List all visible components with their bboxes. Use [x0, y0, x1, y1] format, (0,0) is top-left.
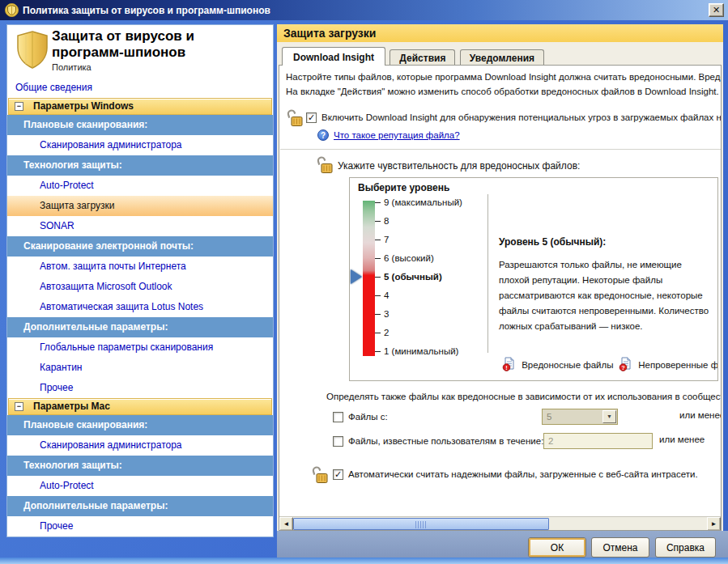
slider-tick-5-selected: 5 (обычный): [375, 271, 442, 282]
sidebar-item-mac-auto-protect[interactable]: Auto-Protect: [7, 476, 273, 496]
slider-tick-1: 1 (минимальный): [375, 346, 458, 357]
tab-content: Настройте типы файлов, которые программа…: [279, 65, 722, 531]
sidebar-section-advanced: Дополнительные параметры:: [7, 317, 273, 337]
policy-sidebar: Защита от вирусов и программ-шпионов Пол…: [6, 24, 274, 537]
slider-tick-3: 3: [375, 308, 389, 320]
sidebar-item-mac-misc[interactable]: Прочее: [7, 516, 273, 536]
sidebar-item-quarantine[interactable]: Карантин: [7, 358, 273, 378]
help-button[interactable]: Справка: [655, 537, 716, 558]
enable-download-insight-label: Включить Download Insight для обнаружени…: [321, 112, 722, 122]
sidebar-item-overview[interactable]: Общие сведения: [7, 77, 273, 98]
slider-tick-9: 9 (максимальный): [375, 197, 462, 208]
files-known-input[interactable]: [543, 433, 653, 449]
close-button[interactable]: [709, 3, 724, 17]
sidebar-item-admin-scans[interactable]: Сканирования администратора: [7, 135, 273, 155]
sidebar-section-mac-scheduled: Плановые сканирования:: [7, 415, 273, 435]
community-usage-label: Определять также файлы как вредоносные в…: [326, 392, 722, 401]
slider-tick-2: 2: [375, 327, 389, 338]
scrollbar-thumb[interactable]: [293, 518, 549, 530]
slider-tick-8: 8: [375, 215, 389, 227]
intro-text-line1: Настройте типы файлов, которые программа…: [286, 72, 722, 82]
lock-open-icon[interactable]: [311, 465, 329, 486]
malicious-file-icon: !: [502, 357, 516, 373]
sidebar-item-download-protection[interactable]: Защита загрузки: [7, 196, 273, 216]
files-known-checkbox[interactable]: [333, 436, 343, 447]
shield-icon: [5, 3, 19, 17]
sidebar-group-mac[interactable]: Параметры Mac: [8, 398, 272, 415]
window-title: Политика защиты от вирусов и программ-шп…: [23, 5, 270, 16]
slider-tick-4: 4: [375, 290, 389, 301]
sidebar-item-sonar[interactable]: SONAR: [7, 216, 273, 236]
lock-open-icon[interactable]: [316, 155, 334, 176]
sidebar-item-misc[interactable]: Прочее: [7, 378, 273, 398]
bottom-strip: [0, 558, 728, 564]
svg-text:!: !: [505, 364, 508, 371]
sidebar-section-mac-protection: Технология защиты:: [7, 456, 273, 476]
sensitivity-label: Укажите чувствительность для вредоносных…: [338, 160, 580, 172]
enable-download-insight-checkbox[interactable]: [306, 112, 317, 123]
files-known-suffix: или менее: [659, 435, 705, 444]
sidebar-section-email-scans: Сканирование электронной почты:: [7, 236, 273, 257]
vertical-divider: [487, 194, 488, 353]
unproven-file-icon: ?: [619, 357, 632, 373]
policy-title: Защита от вирусов и программ-шпионов: [52, 28, 194, 61]
scroll-left-icon[interactable]: [279, 517, 293, 531]
files-with-suffix: или менее: [679, 410, 722, 420]
collapse-icon[interactable]: [15, 402, 23, 411]
sidebar-item-mac-admin-scans[interactable]: Сканирования администратора: [7, 435, 273, 456]
slider-tick-6: 6 (высокий): [375, 252, 434, 264]
svg-text:?: ?: [621, 364, 625, 371]
intranet-trust-label: Автоматически считать надежными файлы, з…: [348, 469, 698, 479]
policy-subtitle: Политика: [52, 62, 92, 72]
files-with-label: Файлы с:: [348, 412, 388, 422]
tab-actions[interactable]: Действия: [390, 49, 455, 66]
horizontal-scrollbar[interactable]: [279, 516, 721, 530]
main-panel: Защита загрузки Download Insight Действи…: [277, 24, 723, 532]
sidebar-group-windows[interactable]: Параметры Windows: [8, 98, 272, 115]
help-icon[interactable]: [317, 129, 329, 141]
sensitivity-groupbox: Выберите уровень 9 (максимальный) 8 7 6 …: [349, 177, 718, 381]
sidebar-section-scheduled-scans: Плановые сканирования:: [7, 115, 273, 135]
slider-tick-7: 7: [375, 234, 389, 245]
tab-notifications[interactable]: Уведомления: [460, 49, 544, 66]
sidebar-item-lotus-notes[interactable]: Автоматическая защита Lotus Notes: [7, 297, 273, 317]
sidebar-section-protection-technology: Технология защиты:: [7, 155, 273, 176]
sidebar-item-internet-email[interactable]: Автом. защита почты Интернета: [7, 257, 273, 277]
collapse-icon[interactable]: [15, 102, 23, 111]
page-title: Защита загрузки: [277, 24, 723, 42]
file-reputation-link[interactable]: Что такое репутация файла?: [334, 130, 460, 140]
files-known-label: Файлы, известные пользователям в течение…: [348, 436, 543, 446]
tab-bar: Download Insight Действия Уведомления: [282, 47, 546, 66]
sidebar-section-mac-advanced: Дополнительные параметры:: [7, 496, 273, 516]
sidebar-item-auto-protect[interactable]: Auto-Protect: [7, 176, 273, 196]
choose-level-title: Выберите уровень: [358, 182, 449, 193]
title-bar: Политика защиты от вирусов и программ-шп…: [0, 0, 728, 20]
section-divider: [280, 149, 722, 150]
sidebar-item-outlook[interactable]: Автозащита Microsoft Outlook: [7, 277, 273, 297]
cancel-button[interactable]: Отмена: [591, 537, 649, 558]
legend-malicious-files: ! Вредоносные файлы: [502, 357, 613, 371]
sidebar-item-global-scan-options[interactable]: Глобальные параметры сканирования: [7, 337, 273, 358]
sidebar-header: Защита от вирусов и программ-шпионов Пол…: [7, 25, 273, 77]
files-with-checkbox[interactable]: [333, 412, 343, 422]
legend-unproven-files: ? Непроверенные файлы: [619, 357, 718, 371]
chevron-down-icon[interactable]: [602, 410, 616, 423]
slider-pointer-icon[interactable]: [351, 269, 362, 284]
level-description-text: Разрешаются только файлы, не имеющие пло…: [499, 257, 711, 334]
tab-download-insight[interactable]: Download Insight: [282, 47, 385, 66]
level-description-title: Уровень 5 (обычный):: [499, 236, 606, 248]
intro-text-line2: На вкладке "Действия" можно изменить спо…: [286, 87, 719, 96]
scroll-right-icon[interactable]: [707, 517, 721, 531]
sensitivity-slider-bar[interactable]: [363, 201, 375, 356]
ok-button[interactable]: ОК: [528, 537, 586, 558]
intranet-trust-checkbox[interactable]: [333, 469, 343, 480]
scrollbar-grip: [415, 521, 427, 528]
files-with-dropdown[interactable]: 5: [542, 409, 618, 425]
policy-shield-icon: [16, 31, 49, 72]
lock-open-icon[interactable]: [286, 108, 304, 129]
